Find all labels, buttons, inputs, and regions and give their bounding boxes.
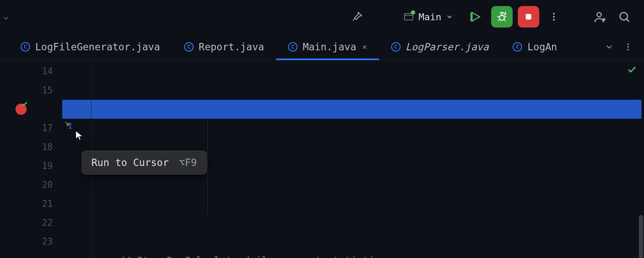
tab-loganalyzer[interactable]: C LogAn bbox=[501, 34, 569, 60]
java-class-icon: C bbox=[184, 42, 194, 52]
line-number-gutter: 14 15 17 18 19 20 21 22 23 bbox=[0, 60, 62, 258]
line-number: 21 bbox=[0, 194, 53, 213]
line-number: 22 bbox=[0, 213, 53, 232]
tooltip-run-to-cursor: Run to Cursor ⌥F9 bbox=[82, 150, 207, 175]
svg-marker-2 bbox=[472, 12, 480, 21]
tab-label: Report.java bbox=[199, 41, 264, 52]
svg-point-15 bbox=[627, 46, 629, 48]
line-number: 18 bbox=[0, 138, 53, 157]
line-number: 20 bbox=[0, 175, 53, 194]
build-icon[interactable] bbox=[347, 7, 366, 26]
tooltip-shortcut: ⌥F9 bbox=[179, 157, 197, 168]
stop-button[interactable] bbox=[518, 6, 539, 28]
debug-restart-button[interactable] bbox=[491, 6, 513, 28]
line-number bbox=[0, 100, 53, 119]
application-icon bbox=[403, 11, 414, 22]
line-number: 19 bbox=[0, 157, 53, 175]
mouse-cursor-icon bbox=[74, 130, 85, 141]
tab-label: LogAn bbox=[527, 41, 557, 52]
line-number: 17 bbox=[0, 119, 53, 138]
more-vertical-icon[interactable] bbox=[544, 7, 563, 26]
tab-label: Main.java bbox=[303, 41, 356, 52]
tab-label: LogParser.java bbox=[406, 41, 489, 52]
svg-point-16 bbox=[627, 49, 629, 50]
svg-point-6 bbox=[553, 13, 555, 15]
java-class-icon: C bbox=[21, 42, 30, 52]
chevron-down-icon[interactable] bbox=[605, 42, 614, 52]
run-config-active-dot bbox=[411, 10, 415, 15]
svg-rect-0 bbox=[404, 13, 413, 20]
svg-point-8 bbox=[553, 19, 555, 21]
line-number: 23 bbox=[0, 232, 53, 251]
tooltip-label: Run to Cursor bbox=[91, 157, 169, 168]
tab-report[interactable]: C Report.java bbox=[172, 34, 276, 60]
svg-point-12 bbox=[620, 12, 628, 20]
main-toolbar: Main bbox=[0, 0, 644, 34]
line-number: 14 bbox=[0, 62, 53, 81]
svg-line-13 bbox=[627, 19, 629, 22]
tab-logparser[interactable]: C LogParser.java bbox=[379, 34, 501, 60]
java-class-icon: C bbox=[288, 42, 298, 52]
tab-logfilegenerator[interactable]: C LogFileGenerator.java bbox=[9, 34, 172, 60]
breakpoint-verified-icon bbox=[21, 101, 28, 108]
search-icon[interactable] bbox=[615, 7, 634, 26]
svg-rect-5 bbox=[526, 14, 532, 20]
svg-point-4 bbox=[499, 15, 504, 21]
chevron-down-icon[interactable] bbox=[2, 14, 10, 22]
code-line: // Step 2: Calculate daily request stati… bbox=[91, 251, 644, 258]
add-user-icon[interactable] bbox=[591, 7, 610, 26]
run-config-selector[interactable]: Main bbox=[397, 9, 459, 25]
run-config-label: Main bbox=[419, 12, 441, 22]
svg-point-7 bbox=[553, 16, 555, 18]
code-editor[interactable]: 14 15 17 18 19 20 21 22 23 bbox=[0, 60, 644, 258]
run-button[interactable] bbox=[465, 6, 486, 28]
editor-tabs: C LogFileGenerator.java C Report.java C … bbox=[0, 34, 644, 60]
java-class-icon: C bbox=[391, 42, 401, 52]
tab-label: LogFileGenerator.java bbox=[35, 41, 160, 52]
tab-main[interactable]: C Main.java ✕ bbox=[276, 34, 379, 60]
svg-point-14 bbox=[627, 43, 629, 45]
chevron-down-icon bbox=[446, 13, 453, 21]
run-to-cursor-icon[interactable] bbox=[64, 120, 73, 130]
line-number: 15 bbox=[0, 81, 53, 100]
close-icon[interactable]: ✕ bbox=[362, 42, 367, 51]
more-vertical-icon[interactable] bbox=[623, 42, 633, 52]
java-class-icon: C bbox=[513, 42, 522, 52]
svg-point-9 bbox=[597, 12, 601, 17]
